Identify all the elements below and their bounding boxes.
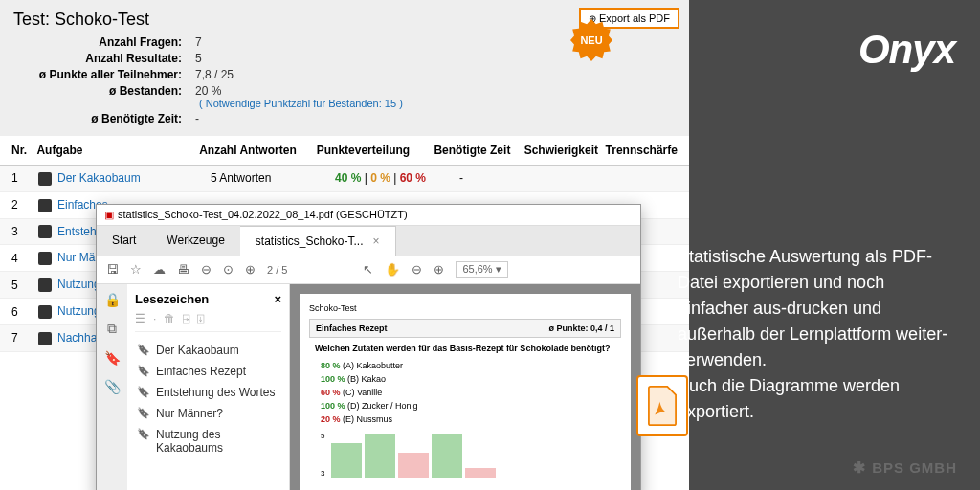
- tab-tools[interactable]: Werkzeuge: [151, 226, 239, 256]
- col-task: Aufgabe: [36, 144, 199, 157]
- tab-document[interactable]: statistics_Schoko-T...×: [240, 226, 396, 256]
- pdf-doc-title: Schoko-Test: [309, 303, 621, 313]
- pdf-file-icon: [636, 375, 688, 436]
- task-type-icon: [38, 172, 52, 186]
- task-type-icon: [38, 332, 52, 345]
- pdf-section-title: Einfaches Rezept: [316, 323, 388, 333]
- pages-icon[interactable]: ⧉: [107, 321, 117, 337]
- col-difficulty: Schwierigkeit: [524, 144, 606, 157]
- col-answers: Anzahl Antworten: [199, 144, 317, 157]
- page-down-icon[interactable]: ⊕: [245, 262, 256, 277]
- answer-row: 20 % (E) Nussmus: [309, 412, 621, 426]
- col-time: Benötigte Zeit: [434, 144, 523, 157]
- pdf-bar-chart: 53: [309, 426, 621, 483]
- zoom-out-icon[interactable]: ⊖: [201, 262, 212, 277]
- bm-add-icon[interactable]: ⍈: [183, 312, 189, 325]
- stats-header: Export als PDF NEU Test: Schoko-Test Anz…: [0, 0, 689, 136]
- answer-row: 100 % (B) Kakao: [309, 372, 621, 386]
- tab-close-icon[interactable]: ×: [373, 234, 380, 248]
- bookmarks-title: Lesezeichen: [135, 292, 209, 306]
- task-type-icon: [38, 225, 52, 238]
- print-icon[interactable]: 🖶: [177, 262, 189, 277]
- page-indicator: 2 / 5: [267, 264, 287, 276]
- task-link[interactable]: Der Kakaobaum: [57, 171, 141, 185]
- col-nr: Nr.: [11, 144, 36, 157]
- pdf-window-title: ▣statistics_Schoko-Test_04.02.2022_08_14…: [97, 205, 640, 226]
- company-footer: ✱BPS GMBH: [853, 458, 957, 477]
- pdf-sidebar-rail: 🔒 ⧉ 🔖 📎: [97, 284, 127, 490]
- stats-row: ø Benötigte Zeit:-: [13, 112, 676, 125]
- tab-start[interactable]: Start: [97, 226, 151, 256]
- close-icon[interactable]: ×: [274, 292, 281, 306]
- pdf-tabs: Start Werkzeuge statistics_Schoko-T...×: [97, 226, 640, 256]
- zoom-minus-icon[interactable]: ⊖: [412, 262, 422, 277]
- pdf-app-icon: ▣: [104, 209, 114, 220]
- task-type-icon: [38, 305, 52, 319]
- pdf-page: Schoko-Test Einfaches Rezeptø Punkte: 0,…: [300, 294, 631, 490]
- cursor-icon[interactable]: ↖: [363, 262, 373, 277]
- bookmark-icon[interactable]: 🔖: [104, 350, 121, 366]
- answer-row: 60 % (C) Vanille: [309, 386, 621, 399]
- star-icon[interactable]: ☆: [130, 262, 142, 277]
- bookmark-item[interactable]: Nur Männer?: [135, 403, 281, 424]
- save-icon[interactable]: 🖫: [106, 262, 119, 277]
- attachment-icon[interactable]: 📎: [104, 379, 121, 394]
- zoom-plus-icon[interactable]: ⊕: [434, 262, 444, 277]
- stats-row: ø Punkte aller Teilnehmer:7,8 / 25: [13, 68, 676, 81]
- answer-row: 100 % (D) Zucker / Honig: [309, 399, 621, 412]
- brand-logo: Onyx: [858, 27, 955, 73]
- zoom-level[interactable]: 65,6% ▾: [456, 261, 507, 278]
- stats-row: ø Bestanden:20 %( Notwendige Punktzahl f…: [13, 84, 676, 109]
- bm-search-icon[interactable]: ⍗: [197, 312, 204, 325]
- answer-row: 80 % (A) Kakaobutter: [309, 359, 621, 372]
- bm-delete-icon[interactable]: 🗑: [164, 312, 175, 325]
- col-distribution: Punkteverteilung: [317, 144, 434, 157]
- marketing-text: Statistische Auswertung als PDF-Datei ex…: [678, 244, 957, 425]
- bookmarks-panel: Lesezeichen× ☰· 🗑 ⍈ ⍗ Der KakaobaumEinfa…: [127, 284, 290, 490]
- table-row[interactable]: 1Der Kakaobaum5 Antworten40 % | 0 % | 60…: [0, 166, 689, 192]
- task-type-icon: [38, 199, 52, 212]
- stats-row: Anzahl Resultate:5: [13, 52, 676, 65]
- pdf-question: Welchen Zutaten werden für das Basis-Rez…: [309, 338, 621, 359]
- cloud-icon[interactable]: ☁: [153, 262, 166, 277]
- bookmark-tools: ☰· 🗑 ⍈ ⍗: [135, 312, 281, 332]
- table-header: Nr. Aufgabe Anzahl Antworten Punkteverte…: [0, 136, 689, 166]
- bookmark-item[interactable]: Nutzung des Kakaobaums: [135, 424, 281, 458]
- lock-icon[interactable]: 🔒: [104, 292, 121, 307]
- company-icon: ✱: [853, 458, 866, 477]
- pdf-points: ø Punkte: 0,4 / 1: [548, 323, 614, 333]
- bm-list-icon[interactable]: ☰: [135, 312, 145, 325]
- bookmark-item[interactable]: Der Kakaobaum: [135, 340, 281, 361]
- pdf-toolbar: 🖫 ☆ ☁ 🖶 ⊖ ⊙ ⊕ 2 / 5 ↖ ✋ ⊖ ⊕ 65,6% ▾: [97, 256, 640, 284]
- pdf-viewer-window: ▣statistics_Schoko-Test_04.02.2022_08_14…: [96, 204, 641, 490]
- task-type-icon: [38, 252, 52, 265]
- test-title: Test: Schoko-Test: [13, 10, 676, 30]
- task-link[interactable]: Nutzung: [57, 304, 100, 318]
- col-selectivity: Trennschärfe: [606, 144, 678, 157]
- hand-icon[interactable]: ✋: [385, 262, 400, 277]
- bookmark-item[interactable]: Einfaches Rezept: [135, 361, 281, 382]
- bookmark-item[interactable]: Entstehung des Wortes: [135, 382, 281, 403]
- pdf-page-area[interactable]: Schoko-Test Einfaches Rezeptø Punkte: 0,…: [290, 284, 640, 490]
- task-type-icon: [38, 278, 52, 292]
- task-link[interactable]: Nutzung: [57, 278, 100, 291]
- page-up-icon[interactable]: ⊙: [223, 262, 234, 277]
